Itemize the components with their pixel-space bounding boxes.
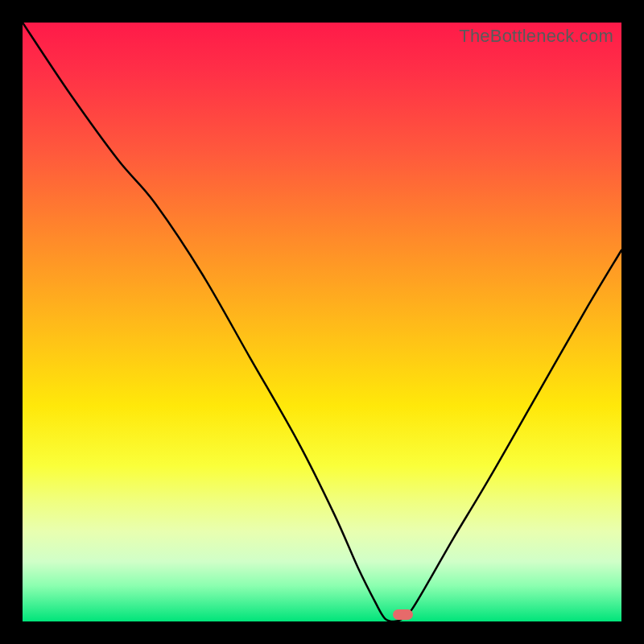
plot-area: TheBottleneck.com: [23, 23, 621, 621]
bottleneck-curve: [23, 23, 621, 621]
optimum-marker: [393, 609, 413, 620]
attribution-watermark: TheBottleneck.com: [459, 26, 613, 47]
chart-frame: TheBottleneck.com: [0, 0, 644, 644]
curve-path: [23, 23, 621, 621]
